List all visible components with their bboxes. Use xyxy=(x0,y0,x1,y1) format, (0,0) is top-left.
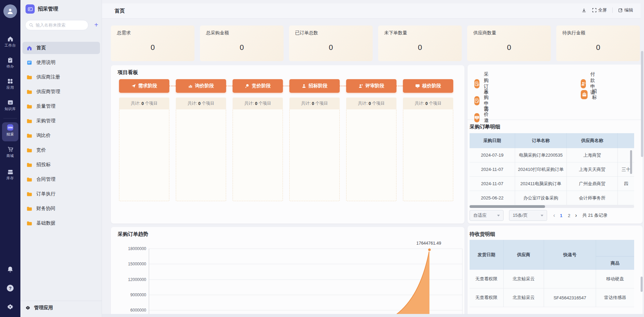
quick-link-bid-invitation[interactable]: 竞价邀请 xyxy=(474,105,493,130)
stage-button-demand[interactable]: 需求阶段 xyxy=(119,79,169,93)
stage-button-inquiry[interactable]: 询价阶段 xyxy=(176,79,226,93)
doc-blue-icon xyxy=(27,60,32,66)
sidebar-item-label: 采购管理 xyxy=(36,118,55,124)
stat-value: 0 xyxy=(111,43,194,52)
column-count: 共计: 0 个项目 xyxy=(346,98,396,109)
column-header[interactable]: 发货日期 xyxy=(470,240,504,270)
prev-page-button[interactable]: ‹ xyxy=(551,212,557,219)
rail-item-workbench[interactable]: 工作台 xyxy=(0,36,20,48)
edit-button[interactable]: 编辑 xyxy=(618,7,633,13)
sidebar-item-supplier-manage[interactable]: 供应商管理 xyxy=(22,86,100,98)
stage-label: 评审阶段 xyxy=(366,83,385,89)
sidebar-item-finance[interactable]: 财务协同 xyxy=(22,202,100,215)
help-button[interactable]: ? xyxy=(0,284,20,292)
manage-app-button[interactable]: 管理应用 xyxy=(25,305,53,311)
trend-peak-point[interactable] xyxy=(428,248,431,251)
folder-icon xyxy=(27,133,32,139)
sidebar-item-instructions[interactable]: 使用说明 xyxy=(22,56,100,69)
search-input[interactable] xyxy=(36,23,80,28)
kanban-column-price-check: 共计: 0 个项目 xyxy=(403,98,453,201)
user-avatar[interactable] xyxy=(3,4,17,18)
sidebar-item-tendering[interactable]: 招投标 xyxy=(22,159,100,171)
table-vertical-scrollbar[interactable] xyxy=(630,150,632,174)
edit-label: 编辑 xyxy=(624,7,633,13)
fit-mode-select[interactable]: 自适应 xyxy=(470,210,504,221)
kanban-stages: 需求阶段 询价阶段 竞价阶段 招标阶段 评审阶段 xyxy=(119,79,453,93)
rail-item-procurement[interactable]: SRM 招采 xyxy=(0,124,20,137)
sidebar-item-base-data[interactable]: 基础数据 xyxy=(22,217,100,229)
stage-connector xyxy=(340,86,346,86)
cell-order-name: 202411电脑采购订单 xyxy=(515,177,567,191)
rail-item-inventory[interactable]: 库存 xyxy=(0,169,20,181)
stat-card-ordered[interactable]: 已订单总数 0 xyxy=(289,25,373,61)
fullscreen-button[interactable]: 全屏 xyxy=(592,7,607,13)
sub-column-header: 商品 xyxy=(596,257,634,270)
rail-settings-button[interactable] xyxy=(0,303,20,311)
sidebar-item-quality[interactable]: 质量管理 xyxy=(22,100,100,112)
notifications-button[interactable] xyxy=(0,266,20,273)
add-button[interactable]: + xyxy=(92,20,101,29)
page-size-select[interactable]: 15条/页 xyxy=(509,210,547,221)
column-dropzone[interactable] xyxy=(346,109,396,201)
column-header-group[interactable]: 商品 xyxy=(596,240,634,270)
stage-button-bidding[interactable]: 竞价阶段 xyxy=(233,79,283,93)
rail-item-knowledge[interactable]: AI 知识库 xyxy=(0,99,20,111)
person-icon xyxy=(6,7,14,15)
stat-card-total-amount[interactable]: 总采购金额 0 xyxy=(200,25,284,61)
stage-button-review[interactable]: 评审阶段 xyxy=(346,79,396,93)
column-count: 共计: 0 个项目 xyxy=(176,98,226,109)
sidebar-item-bidding[interactable]: 竞价 xyxy=(22,144,100,156)
rail-item-todo[interactable]: 待办 xyxy=(0,57,20,69)
stat-card-unordered[interactable]: 未下单数量 0 xyxy=(378,25,462,61)
column-dropzone[interactable] xyxy=(176,109,226,201)
page-number-1[interactable]: 1 xyxy=(557,213,565,218)
stat-card-total-demand[interactable]: 总需求 0 xyxy=(111,25,194,61)
folder-icon xyxy=(27,191,32,197)
cell-purchase-date: 2024-11-07 xyxy=(470,162,515,177)
column-header[interactable]: 供应商 xyxy=(504,240,544,270)
sidebar-item-purchase-manage[interactable]: 采购管理 xyxy=(22,115,100,127)
column-header[interactable]: 快递号 xyxy=(544,240,596,270)
page-scrollbar-thumb[interactable] xyxy=(641,51,643,157)
column-dropzone[interactable] xyxy=(233,109,283,201)
stat-card-pending-amount[interactable]: 待执行金额 0 xyxy=(556,25,640,61)
column-header[interactable]: 供应商名称 xyxy=(567,133,618,148)
page-number-2[interactable]: 2 xyxy=(565,213,573,218)
table-row[interactable]: 2024-07-19 电脑采购订单2200535 上海商贸 xyxy=(470,148,634,162)
sidebar-item-rfq[interactable]: 询比价 xyxy=(22,129,100,142)
app-title: 招采管理 xyxy=(38,6,58,12)
rail-item-apps[interactable]: 应用 xyxy=(0,78,20,90)
stat-card-suppliers[interactable]: 供应商数量 0 xyxy=(467,25,551,61)
kanban-title: 项目看板 xyxy=(118,69,138,76)
table-row[interactable]: 2024-11-07 202411电脑采购订单 广州金鼎商贸 四 xyxy=(470,177,634,191)
inventory-icon xyxy=(0,169,20,175)
rail-item-mall[interactable]: 商城 xyxy=(0,146,20,158)
chevron-down-icon xyxy=(497,215,500,216)
sidebar-item-label: 供应商管理 xyxy=(36,89,60,95)
column-header[interactable]: 采购日期 xyxy=(470,133,515,148)
column-header[interactable]: 订单名称 xyxy=(515,133,567,148)
table-row[interactable]: 无查看权限 北京鲸采云 SF45642316547 雷达传感器 xyxy=(470,288,634,307)
sidebar-item-order-execution[interactable]: 订单执行 xyxy=(22,188,100,200)
column-dropzone[interactable] xyxy=(403,109,453,201)
table-row[interactable]: 2025-06-22 办公室IT设备采购 会计师事务所 xyxy=(470,191,634,205)
stage-button-tender[interactable]: 招标阶段 xyxy=(289,79,340,93)
next-page-button[interactable]: › xyxy=(573,212,579,219)
table-horizontal-scrollbar[interactable] xyxy=(470,205,634,208)
y-tick-label: 18000000 xyxy=(128,246,147,251)
column-header[interactable] xyxy=(618,133,634,148)
table-row[interactable]: 2024-11-07 202410打印机采购订单 上海天天商贸 三十 xyxy=(470,162,634,177)
sidebar-item-supplier-register[interactable]: 供应商注册 xyxy=(22,71,100,83)
download-button[interactable] xyxy=(581,8,587,13)
stage-button-price-check[interactable]: 核价阶段 xyxy=(403,79,453,93)
column-dropzone[interactable] xyxy=(119,109,169,201)
panel-vertical-scrollbar[interactable] xyxy=(641,277,643,292)
sidebar-item-home[interactable]: 首页 xyxy=(22,42,100,54)
quick-link-tender[interactable]: 招标 xyxy=(581,88,599,101)
table-row[interactable]: 无查看权限 北京鲸采云 移动硬盘 xyxy=(470,270,634,288)
sidebar-item-contract[interactable]: 合同管理 xyxy=(22,173,100,186)
column-dropzone[interactable] xyxy=(289,109,340,201)
folder-icon xyxy=(27,104,32,109)
fullscreen-icon xyxy=(592,8,597,13)
home-solid-icon xyxy=(27,45,32,51)
